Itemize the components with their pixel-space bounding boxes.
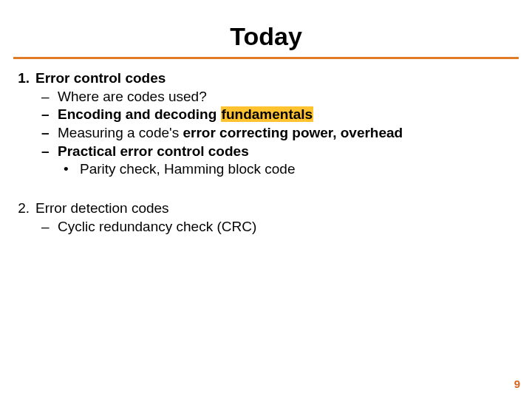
section-1-sub-2-pre: Encoding and decoding [58,106,221,122]
section-1-sub-4a-text: Parity check, Hamming block code [80,160,295,179]
section-1: 1. Error control codes [13,69,519,88]
section-1-sub-1: – Where are codes used? [13,88,519,106]
section-1-sub-2-text: Encoding and decoding fundamentals [58,106,313,124]
section-1-sub-1-text: Where are codes used? [58,88,207,106]
section-2-sub-1-text: Cyclic redundancy check (CRC) [58,218,256,236]
page-number: 9 [514,378,520,390]
slide-title: Today [13,22,519,55]
section-1-heading: Error control codes [35,69,166,88]
section-1-sub-4: – Practical error control codes [13,143,519,161]
section-1-number: 1. [13,69,35,88]
dash-bullet: – [41,218,58,236]
section-2-number: 2. [13,200,35,218]
slide-body: 1. Error control codes – Where are codes… [13,69,519,236]
title-divider [13,57,519,59]
highlight-fundamentals: fundamentals [221,106,314,122]
section-2: 2. Error detection codes [13,200,519,218]
section-1-sub-2: – Encoding and decoding fundamentals [13,106,519,124]
section-2-heading: Error detection codes [35,200,169,218]
dash-bullet: – [41,88,58,106]
dash-bullet: – [41,143,58,161]
dot-bullet: • [64,160,80,179]
section-1-sub-3-pre: Measuring a code's [58,125,183,140]
section-1-sub-3: – Measuring a code's error correcting po… [13,124,519,143]
section-1-sub-4a: • Parity check, Hamming block code [13,160,519,179]
slide: Today 1. Error control codes – Where are… [0,0,532,399]
section-1-sub-4-text: Practical error control codes [58,143,249,161]
section-1-sub-3-bold: error correcting power, overhead [183,125,403,140]
section-1-sub-3-text: Measuring a code's error correcting powe… [58,124,403,143]
dash-bullet: – [41,124,58,143]
dash-bullet: – [41,106,58,124]
section-2-sub-1: – Cyclic redundancy check (CRC) [13,218,519,236]
